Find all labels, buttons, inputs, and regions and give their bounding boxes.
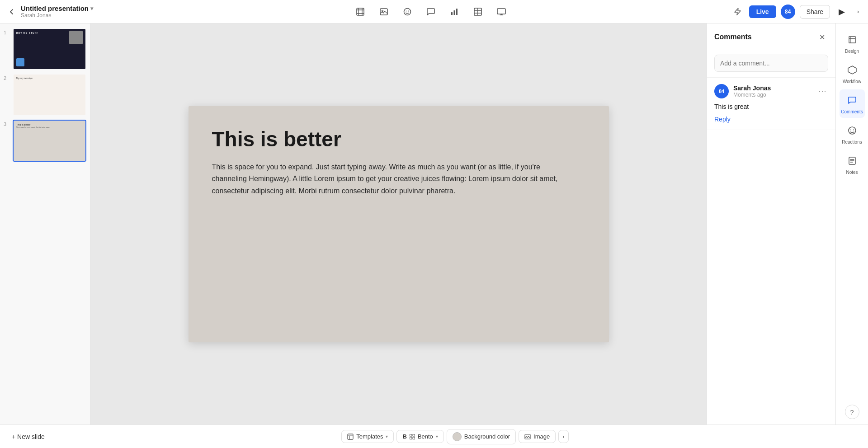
templates-label: Templates: [356, 433, 383, 440]
share-button[interactable]: Share: [800, 5, 830, 19]
design-label: Design: [845, 49, 859, 54]
svg-point-5: [408, 10, 409, 11]
presentation-title[interactable]: Untitled presentation ▾: [21, 5, 93, 12]
slides-panel: 1 BUY MY STUFF 2 My very own style 3: [0, 23, 90, 425]
svg-rect-17: [410, 434, 412, 436]
svg-point-13: [850, 130, 851, 131]
lightning-button[interactable]: [730, 5, 745, 19]
slide-thumb-1[interactable]: BUY MY STUFF: [13, 28, 86, 70]
sidebar-tool-notes[interactable]: Notes: [840, 150, 865, 178]
reactions-icon-wrap: [845, 123, 859, 138]
image-icon: [524, 434, 531, 440]
slide-canvas[interactable]: This is better This is space for you to …: [189, 106, 609, 342]
templates-icon: [347, 434, 354, 440]
comments-icon: [847, 95, 857, 105]
svg-rect-6: [451, 12, 453, 15]
slide-item-1[interactable]: 1 BUY MY STUFF: [4, 28, 86, 70]
slide-number-1: 1: [4, 28, 10, 35]
image-button[interactable]: Image: [519, 430, 556, 443]
image-icon-button[interactable]: [377, 5, 391, 19]
play-button[interactable]: ▶: [835, 5, 849, 19]
notes-icon-wrap: [845, 154, 859, 168]
design-icon: [847, 35, 857, 45]
bottom-center: Templates ▾ B Bento ▾ Background color: [341, 429, 568, 444]
sidebar-tool-reactions[interactable]: Reactions: [840, 120, 865, 148]
title-block: Untitled presentation ▾ Sarah Jonas: [21, 5, 93, 19]
svg-rect-0: [357, 8, 364, 15]
user-avatar[interactable]: 84: [781, 5, 795, 19]
thumb2-text: My very own style: [16, 77, 83, 79]
workflow-icon-wrap: [845, 63, 859, 77]
topbar-right: Live 84 Share ▶ ›: [730, 5, 863, 19]
canvas-area[interactable]: This is better This is space for you to …: [90, 23, 707, 425]
topbar-left: Untitled presentation ▾ Sarah Jonas: [5, 5, 132, 19]
close-comments-button[interactable]: ✕: [816, 31, 828, 43]
background-color-button[interactable]: Background color: [447, 429, 516, 444]
background-color-label: Background color: [464, 433, 510, 440]
svg-point-14: [853, 130, 854, 131]
workflow-icon: [847, 65, 857, 75]
sidebar-tool-workflow[interactable]: Workflow: [840, 59, 865, 88]
svg-rect-20: [413, 437, 415, 439]
slide-thumb-2[interactable]: My very own style: [13, 74, 86, 116]
svg-rect-1: [380, 9, 387, 15]
slide-number-3: 3: [4, 120, 10, 127]
notes-icon: [847, 156, 857, 166]
image-label: Image: [533, 433, 550, 440]
frame-icon-button[interactable]: [353, 5, 368, 19]
slide-number-2: 2: [4, 74, 10, 81]
svg-point-3: [404, 8, 411, 15]
templates-chevron: ▾: [386, 434, 388, 439]
comment-user-info: Sarah Jonas Moments ago: [733, 84, 812, 98]
slide-item-2[interactable]: 2 My very own style: [4, 74, 86, 116]
author-name: Sarah Jonas: [21, 12, 93, 19]
comments-label: Comments: [841, 109, 863, 114]
new-slide-button[interactable]: + New slide: [7, 430, 49, 443]
comments-panel-title: Comments: [714, 33, 752, 41]
svg-rect-16: [348, 434, 353, 439]
title-chevron[interactable]: ▾: [90, 5, 93, 12]
comment-input-area[interactable]: [707, 49, 835, 78]
reply-button[interactable]: Reply: [714, 116, 731, 123]
slide-thumb-3[interactable]: 1 84 ● This is better This is space for …: [13, 120, 86, 162]
bento-grid-icon: [410, 434, 415, 439]
bottom-left: + New slide: [7, 430, 49, 443]
bento-chevron: ▾: [436, 434, 438, 439]
svg-rect-9: [474, 8, 481, 15]
live-button[interactable]: Live: [749, 5, 776, 18]
sidebar-tool-design[interactable]: Design: [840, 29, 865, 57]
reactions-icon: [847, 126, 857, 135]
screen-icon-button[interactable]: [494, 5, 509, 19]
comment-more-button[interactable]: ⋯: [816, 86, 828, 96]
chart-icon-button[interactable]: [447, 5, 462, 19]
thumb1-img-right: [69, 31, 83, 44]
slide-item-3[interactable]: 3 1 84 ● This is better This is space fo…: [4, 120, 86, 162]
table-icon-button[interactable]: [471, 5, 485, 19]
bottom-bar: + New slide Templates ▾ B Bento ▾: [0, 425, 868, 448]
svg-point-4: [406, 10, 407, 11]
workflow-label: Workflow: [843, 79, 861, 84]
comment-item-1: 84 Sarah Jonas Moments ago ⋯ This is gre…: [707, 78, 835, 130]
back-button[interactable]: [5, 5, 18, 18]
more-tools-button[interactable]: ›: [558, 430, 568, 443]
main-area: 1 BUY MY STUFF 2 My very own style 3: [0, 23, 868, 425]
bento-b-label: B: [402, 433, 406, 440]
comment-input[interactable]: [714, 55, 828, 72]
svg-rect-18: [413, 434, 415, 436]
emoji-icon-button[interactable]: [400, 5, 415, 19]
comment-meta: 84 Sarah Jonas Moments ago ⋯: [714, 84, 828, 98]
templates-button[interactable]: Templates ▾: [341, 430, 394, 443]
bento-label: Bento: [418, 433, 433, 440]
design-icon-wrap: [845, 33, 859, 47]
comment-username: Sarah Jonas: [733, 84, 812, 92]
reactions-label: Reactions: [842, 140, 862, 145]
comment-text: This is great: [714, 102, 828, 112]
comment-icon-button[interactable]: [424, 5, 438, 19]
help-button[interactable]: ?: [845, 405, 859, 419]
svg-marker-11: [848, 66, 856, 74]
svg-rect-7: [454, 10, 455, 15]
bento-button[interactable]: B Bento ▾: [396, 430, 443, 443]
more-options-button[interactable]: ›: [854, 5, 863, 19]
svg-rect-8: [456, 9, 458, 15]
sidebar-tool-comments[interactable]: Comments: [840, 89, 865, 118]
